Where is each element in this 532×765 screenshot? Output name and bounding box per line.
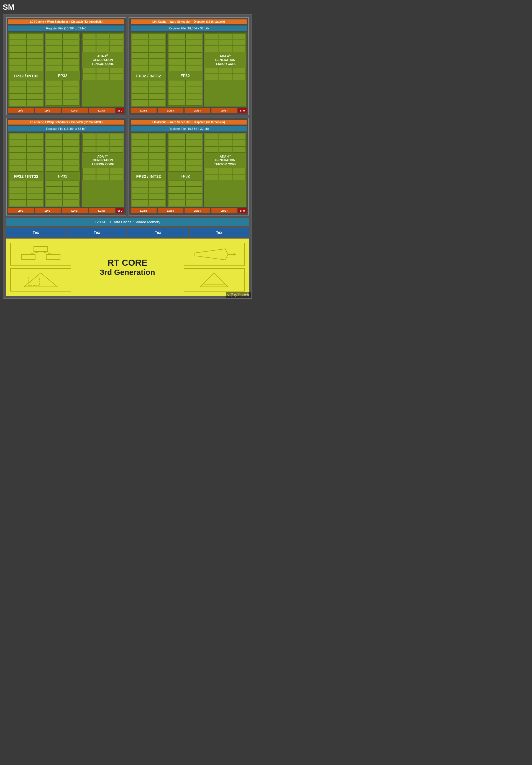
cu-cell <box>63 147 80 153</box>
cu-cell <box>9 87 26 93</box>
cu-cell <box>46 140 63 146</box>
fp32-int32-label-0: FP32 / INT32 <box>9 72 44 80</box>
ldst-8: LD/ST <box>8 208 34 213</box>
cu-cell <box>168 200 185 206</box>
cu-cell <box>26 59 43 65</box>
cu-cell <box>168 87 185 93</box>
cu-cell <box>185 52 202 59</box>
tensor-cell <box>82 40 96 46</box>
cu-cell <box>46 200 63 206</box>
cu-cell <box>185 65 202 71</box>
rt-core-label: RT CORE 3rd Generation <box>74 258 181 277</box>
tensor-cell <box>219 33 232 39</box>
cu-cell <box>46 93 63 99</box>
fp32-block-3: FP32 <box>167 133 203 207</box>
bottom-row-3: LD/ST LD/ST LD/ST LD/ST SFU <box>131 208 247 213</box>
ldst-9: LD/ST <box>35 208 61 213</box>
tensor-cell <box>232 147 246 153</box>
ray-icon <box>192 246 236 263</box>
cu-cell <box>26 187 43 193</box>
cu-cell <box>46 187 63 193</box>
fp32-block-0: FP32 <box>45 32 80 107</box>
cu-cell <box>26 147 43 153</box>
fp32-int32-label-3: FP32 / INT32 <box>131 172 166 181</box>
cu-cell <box>26 100 43 106</box>
cu-cell <box>46 65 63 71</box>
cu-cell <box>46 46 63 52</box>
fp32-int32-block-0: FP32 / INT32 <box>8 32 44 107</box>
cu-cell <box>132 52 148 59</box>
cu-cell <box>26 87 43 93</box>
cu-cell <box>132 181 148 187</box>
sfu-3: SFU <box>238 208 247 213</box>
compute-area-0: FP32 / INT32 <box>8 32 124 107</box>
cu-cell <box>26 194 43 200</box>
cu-cell <box>168 80 185 86</box>
cu-cell <box>26 181 43 187</box>
tensor-cell <box>205 147 218 153</box>
cu-cell <box>9 100 26 106</box>
cu-cell <box>149 100 166 106</box>
rt-icon-left <box>10 243 71 292</box>
tensor-cell <box>219 40 232 46</box>
cu-cell <box>149 200 166 206</box>
ldst-7: LD/ST <box>211 108 237 113</box>
rt-icon-box-triangle <box>10 268 71 292</box>
cu-cell <box>26 46 43 52</box>
tensor-cell <box>96 74 110 80</box>
tensor-cell <box>205 140 218 146</box>
ldst-15: LD/ST <box>211 208 237 213</box>
cu-cell <box>9 153 26 159</box>
cu-cell <box>132 65 148 71</box>
cu-cell <box>46 87 63 93</box>
bottom-row-2: LD/ST LD/ST LD/ST LD/ST SFU <box>8 208 124 213</box>
cu-cell <box>149 33 166 39</box>
tensor-cell <box>82 140 96 146</box>
rt-icon-right <box>184 243 245 292</box>
tensor-cell <box>110 174 123 180</box>
cu-cell <box>185 187 202 193</box>
cu-cell <box>9 140 26 146</box>
svg-line-3 <box>28 252 41 254</box>
warp-scheduler-bar-1: L0 i-Cache + Warp Scheduler + Dispatch (… <box>131 19 247 24</box>
sm-container: L0 i-Cache + Warp Scheduler + Dispatch (… <box>3 14 252 299</box>
cu-cell <box>149 194 166 200</box>
tensor-cell <box>110 168 123 174</box>
cu-cell <box>63 40 80 46</box>
tensor-cell <box>205 174 218 180</box>
cu-cell <box>63 59 80 65</box>
tensor-block-2: ADA 4thGENERATIONTENSOR CORE <box>82 133 124 207</box>
tensor-label-3: ADA 4thGENERATIONTENSOR CORE <box>204 153 246 168</box>
bvh-diagram-icon <box>19 246 63 263</box>
ldst-12: LD/ST <box>131 208 156 213</box>
tensor-cell <box>110 134 123 140</box>
mesh-icon <box>192 272 236 288</box>
tensor-cell <box>110 147 123 153</box>
fp32-label-1: FP32 <box>168 72 202 80</box>
tensor-cell <box>96 140 110 146</box>
tensor-cell <box>205 74 218 80</box>
cu-cell <box>9 181 26 187</box>
cu-cell <box>9 59 26 65</box>
cu-cell <box>185 134 202 140</box>
tex-box-1: Tex <box>67 228 127 237</box>
cu-cell <box>168 59 185 65</box>
sfu-2: SFU <box>116 208 124 213</box>
tensor-block-3: ADA 4thGENERATIONTENSOR CORE <box>204 133 247 207</box>
cu-cell <box>46 59 63 65</box>
tensor-cell <box>205 40 218 46</box>
sm-title: SM <box>3 3 252 12</box>
fp32-int32-block-2: FP32 / INT32 <box>8 133 44 207</box>
cu-cell <box>46 181 63 187</box>
tensor-cell <box>205 68 218 74</box>
cu-cell <box>26 200 43 206</box>
svg-rect-2 <box>46 254 60 259</box>
cu-cell <box>168 166 185 172</box>
tensor-cell <box>232 140 246 146</box>
tex-row: Tex Tex Tex Tex <box>6 228 249 237</box>
cu-cell <box>185 40 202 46</box>
cu-cell <box>9 46 26 52</box>
cu-cell <box>168 93 185 99</box>
cu-cell <box>9 166 26 172</box>
cu-cell <box>185 87 202 93</box>
